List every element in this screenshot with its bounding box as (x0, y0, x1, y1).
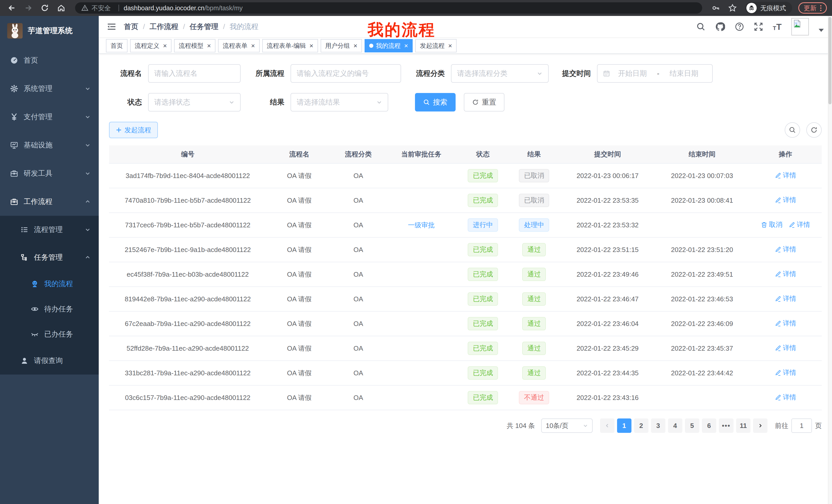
filter-parent-process: 所属流程 (252, 64, 401, 83)
page-button-4[interactable]: 4 (668, 418, 682, 433)
refresh-table-button[interactable] (806, 122, 822, 138)
forward-icon[interactable] (22, 1, 35, 15)
cell-end-time: 2022-01-22 23:46:09 (655, 311, 749, 336)
sidebar-item-my-process[interactable]: 我的流程 (0, 271, 99, 297)
process-name-input[interactable] (148, 64, 241, 83)
cell-result: 不通过 (508, 385, 560, 410)
tab-4[interactable]: 流程表单-编辑× (262, 39, 318, 52)
tab-close-icon[interactable]: × (207, 43, 211, 49)
github-icon[interactable] (715, 22, 725, 32)
sidebar-item-done-tasks[interactable]: 已办任务 (0, 321, 99, 347)
tab-3[interactable]: 流程表单× (218, 39, 259, 52)
key-icon[interactable] (709, 1, 723, 15)
pagination-next-button[interactable] (753, 418, 768, 433)
submit-time-range-picker[interactable]: 开始日期 - 结束日期 (597, 64, 713, 83)
back-icon[interactable] (5, 1, 19, 15)
tab-close-icon[interactable]: × (404, 43, 408, 49)
sidebar-item-workflow[interactable]: 工作流程 (0, 188, 99, 216)
page-button-5[interactable]: 5 (685, 418, 699, 433)
detail-link[interactable]: 详情 (775, 171, 796, 180)
column-header: 流程名 (266, 145, 332, 163)
sidebar-item-leave-query[interactable]: 请假查询 (0, 347, 99, 374)
tab-close-icon[interactable]: × (354, 43, 357, 49)
cell-submit-time: 2022-01-23 00:06:17 (560, 163, 655, 188)
tab-2[interactable]: 流程模型× (174, 39, 215, 52)
start-process-button[interactable]: 发起流程 (109, 122, 158, 138)
page-button-3[interactable]: 3 (651, 418, 666, 433)
cancel-link[interactable]: 取消 (761, 220, 782, 229)
tab-close-icon[interactable]: × (310, 43, 313, 49)
sidebar-item-home[interactable]: 首页 (0, 46, 99, 75)
page-size-select[interactable]: 10条/页 (541, 418, 593, 433)
cell-end-time: 2022-01-22 23:51:20 (655, 237, 749, 262)
category-select[interactable]: 请选择流程分类 (451, 64, 549, 83)
goto-page-input[interactable] (791, 418, 812, 433)
detail-link[interactable]: 详情 (775, 245, 796, 254)
scrollbar-thumb[interactable] (828, 17, 831, 104)
sidebar-item-system[interactable]: 系统管理 (0, 75, 99, 103)
status-select[interactable]: 请选择状态 (148, 93, 241, 111)
sidebar-toggle-icon[interactable] (107, 22, 116, 31)
reset-button[interactable]: 重置 (464, 93, 504, 111)
cell-process-id: 819442e8-7b9a-11ec-a290-acde48001122 (109, 287, 266, 311)
browser-menu-icon[interactable] (820, 5, 822, 11)
breadcrumb-item[interactable]: 首页 (124, 22, 138, 32)
tab-7[interactable]: 发起流程× (415, 39, 457, 52)
chevron-down-icon (85, 114, 90, 120)
sidebar-item-task-mgmt[interactable]: 任务管理 (0, 244, 99, 271)
cell-status: 已完成 (458, 188, 508, 213)
pagination-prev-button[interactable] (600, 418, 615, 433)
breadcrumb-item[interactable]: 任务管理 (190, 22, 218, 32)
sidebar-item-devtools[interactable]: 研发工具 (0, 159, 99, 188)
tab-label: 流程表单-编辑 (267, 41, 306, 50)
detail-link[interactable]: 详情 (775, 195, 796, 204)
sidebar-item-process-mgmt[interactable]: 流程管理 (0, 216, 99, 244)
search-button[interactable]: 搜索 (415, 93, 456, 111)
detail-link[interactable]: 详情 (775, 393, 796, 402)
tab-close-icon[interactable]: × (251, 43, 255, 49)
breadcrumb-item[interactable]: 工作流程 (150, 22, 178, 32)
tab-1[interactable]: 流程定义× (130, 39, 172, 52)
tab-0[interactable]: 首页 (106, 39, 128, 52)
detail-link[interactable]: 详情 (775, 343, 796, 353)
current-task-link[interactable]: 一级审批 (408, 221, 435, 229)
result-badge: 不通过 (519, 391, 549, 404)
detail-link[interactable]: 详情 (788, 220, 810, 229)
sidebar-item-todo-tasks[interactable]: 待办任务 (0, 297, 99, 321)
edit-icon (775, 369, 781, 376)
parent-process-input[interactable] (290, 64, 401, 83)
user-avatar[interactable] (791, 18, 809, 35)
avatar-dropdown-caret[interactable] (818, 29, 824, 32)
tab-close-icon[interactable]: × (163, 43, 167, 49)
detail-link[interactable]: 详情 (775, 294, 796, 303)
detail-link[interactable]: 详情 (775, 270, 796, 278)
bookmark-star-icon[interactable] (726, 1, 739, 15)
status-badge: 已完成 (468, 317, 498, 330)
column-header: 结束时间 (655, 145, 749, 163)
result-select[interactable]: 请选择流结果 (290, 93, 388, 111)
search-icon[interactable] (696, 22, 705, 31)
detail-link[interactable]: 详情 (775, 368, 796, 377)
page-button-11[interactable]: 11 (736, 418, 751, 433)
page-scrollbar[interactable] (828, 16, 832, 504)
app-logo-row[interactable]: 芋道管理系统 (0, 16, 99, 39)
home-icon[interactable] (54, 1, 68, 15)
page-button-2[interactable]: 2 (634, 418, 648, 433)
sidebar-item-payment[interactable]: 支付管理 (0, 103, 99, 131)
toggle-search-button[interactable] (785, 122, 800, 138)
page-button-1[interactable]: 1 (617, 418, 631, 433)
sidebar-item-infra[interactable]: 基础设施 (0, 131, 99, 159)
font-size-icon[interactable]: TT (773, 22, 782, 31)
detail-link[interactable]: 详情 (775, 319, 796, 328)
tab-6[interactable]: 我的流程× (365, 39, 413, 52)
reload-icon[interactable] (38, 1, 51, 15)
pagination-more-button[interactable]: ••• (719, 418, 733, 433)
tab-5[interactable]: 用户分组× (321, 39, 362, 52)
cell-result: 通过 (508, 287, 560, 311)
help-icon[interactable] (735, 22, 744, 31)
fullscreen-icon[interactable] (754, 22, 763, 31)
tab-close-icon[interactable]: × (448, 43, 452, 49)
browser-update-button[interactable]: 更新 (798, 2, 827, 13)
page-button-6[interactable]: 6 (702, 418, 716, 433)
url-bar[interactable]: 不安全 dashboard.yudao.iocoder.cn/bpm/task/… (75, 2, 702, 13)
